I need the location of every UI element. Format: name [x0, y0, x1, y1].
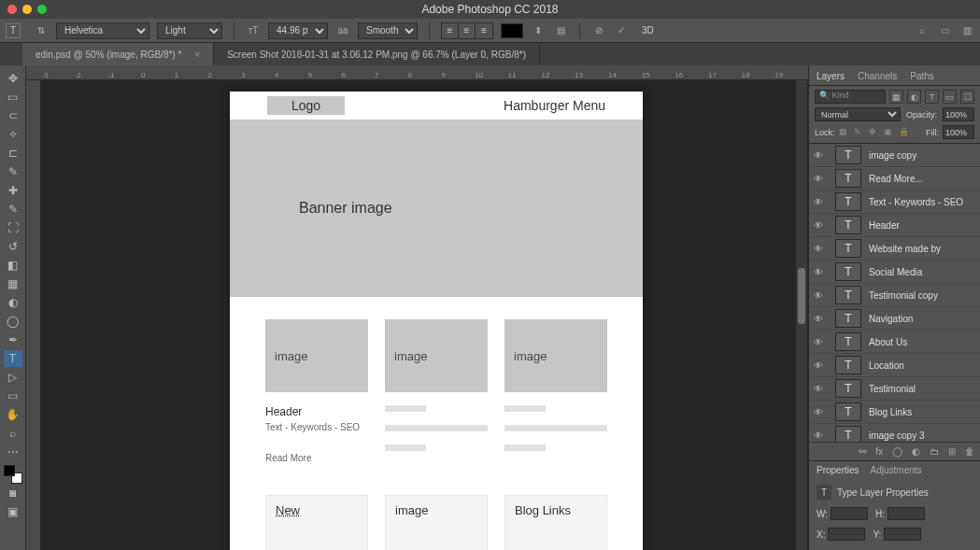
path-select-tool-icon[interactable]: ▷: [4, 369, 22, 386]
layer-row[interactable]: 👁 T Navigation: [809, 307, 980, 331]
tab-paths[interactable]: Paths: [910, 71, 934, 85]
tab-layers[interactable]: Layers: [817, 71, 845, 85]
layer-thumb[interactable]: T: [835, 402, 861, 421]
antialias-select[interactable]: Smooth: [358, 22, 418, 39]
visibility-icon[interactable]: 👁: [809, 174, 828, 184]
layer-row[interactable]: 👁 T About Us: [809, 331, 980, 354]
font-style-select[interactable]: Light: [157, 22, 222, 39]
visibility-icon[interactable]: 👁: [809, 150, 828, 161]
wand-tool-icon[interactable]: ✧: [4, 126, 22, 143]
text-color-swatch[interactable]: [501, 23, 523, 38]
tab-properties[interactable]: Properties: [817, 465, 859, 475]
prop-y-input[interactable]: [884, 528, 921, 541]
filter-pixel-icon[interactable]: ▦: [889, 90, 903, 104]
scrollbar-thumb[interactable]: [798, 268, 805, 324]
lock-position-icon[interactable]: ✥: [869, 127, 880, 138]
filter-smart-icon[interactable]: ☐: [960, 90, 974, 104]
tab-adjustments[interactable]: Adjustments: [871, 465, 922, 475]
layer-row[interactable]: 👁 T image copy 3: [809, 424, 980, 442]
tab-channels[interactable]: Channels: [858, 71, 897, 85]
layer-row[interactable]: 👁 T Location: [809, 354, 980, 377]
layer-thumb[interactable]: T: [835, 332, 861, 351]
visibility-icon[interactable]: 👁: [809, 267, 828, 277]
layer-row[interactable]: 👁 T Testimonial: [809, 377, 980, 401]
visibility-icon[interactable]: 👁: [809, 407, 828, 417]
filter-adjust-icon[interactable]: ◐: [907, 90, 921, 104]
layer-thumb[interactable]: T: [835, 216, 861, 234]
edit-toolbar-icon[interactable]: ⋯: [4, 444, 22, 460]
text-tool-icon[interactable]: T: [6, 23, 21, 38]
layer-row[interactable]: 👁 T Website made by: [809, 237, 980, 261]
layer-row[interactable]: 👁 T Text - Keywords - SEO: [809, 190, 980, 214]
character-panel-icon[interactable]: ▤: [553, 23, 568, 38]
canvas-scrollbar[interactable]: [796, 80, 807, 550]
layer-thumb[interactable]: T: [835, 192, 861, 211]
document-canvas[interactable]: Logo Hamburger Menu Banner image image H…: [230, 92, 643, 550]
zoom-tool-icon[interactable]: ⌕: [4, 425, 22, 442]
warp-text-icon[interactable]: ⬍: [531, 23, 546, 38]
layer-row[interactable]: 👁 T image copy: [809, 144, 980, 167]
close-tab-icon[interactable]: ×: [194, 49, 200, 60]
mask-icon[interactable]: ◯: [892, 446, 902, 457]
layer-thumb[interactable]: T: [835, 379, 861, 398]
quickmask-icon[interactable]: ◙: [4, 485, 22, 501]
layers-list[interactable]: 👁 T image copy👁 T Read More...👁 T Text -…: [809, 144, 980, 442]
lock-transparent-icon[interactable]: ▦: [839, 127, 850, 138]
pen-tool-icon[interactable]: ✒: [4, 331, 22, 348]
visibility-icon[interactable]: 👁: [809, 430, 828, 441]
group-icon[interactable]: 🗀: [930, 446, 939, 457]
close-window-icon[interactable]: [7, 5, 17, 14]
zoom-window-icon[interactable]: [37, 5, 47, 14]
crop-tool-icon[interactable]: ⊏: [4, 145, 22, 162]
layer-thumb[interactable]: T: [835, 239, 861, 258]
fill-input[interactable]: [943, 125, 974, 139]
history-brush-tool-icon[interactable]: ↺: [4, 238, 22, 255]
prop-h-input[interactable]: [888, 507, 925, 520]
ruler-horizontal[interactable]: -3-2-1012345678910111213141516171819: [26, 65, 808, 80]
align-center-icon[interactable]: ≡: [459, 23, 476, 38]
heal-tool-icon[interactable]: ✚: [4, 182, 22, 199]
link-layers-icon[interactable]: ⚯: [859, 446, 866, 457]
adjustment-icon[interactable]: ◐: [912, 446, 920, 457]
canvas-area[interactable]: -3-2-1012345678910111213141516171819 Log…: [26, 65, 808, 550]
type-tool-icon[interactable]: T: [4, 350, 22, 367]
font-size-select[interactable]: 44.96 pt: [268, 22, 328, 39]
shape-tool-icon[interactable]: ▭: [4, 388, 22, 404]
visibility-icon[interactable]: 👁: [809, 197, 828, 207]
marquee-tool-icon[interactable]: ▭: [4, 89, 22, 106]
delete-layer-icon[interactable]: 🗑: [965, 446, 974, 457]
minimize-window-icon[interactable]: [22, 5, 32, 14]
lock-all-icon[interactable]: 🔒: [899, 127, 910, 138]
align-right-icon[interactable]: ≡: [476, 23, 492, 38]
opacity-input[interactable]: [943, 107, 974, 121]
screenmode-icon[interactable]: ▣: [4, 503, 22, 520]
layer-row[interactable]: 👁 T Header: [809, 214, 980, 237]
fg-bg-color[interactable]: [4, 465, 22, 484]
eyedropper-tool-icon[interactable]: ✎: [4, 163, 22, 180]
ruler-vertical[interactable]: [26, 65, 41, 550]
visibility-icon[interactable]: 👁: [809, 314, 828, 324]
doc-tab-2[interactable]: Screen Shot 2018-01-31 at 3.06.12 PM.png…: [214, 43, 540, 65]
visibility-icon[interactable]: 👁: [809, 384, 828, 394]
share-icon[interactable]: ▭: [937, 23, 952, 38]
filter-type-icon[interactable]: T: [925, 90, 939, 104]
font-family-select[interactable]: Helvetica: [56, 22, 149, 39]
blend-mode-select[interactable]: Normal: [815, 107, 901, 121]
align-left-icon[interactable]: ≡: [442, 23, 459, 38]
workspace-icon[interactable]: ▥: [959, 23, 974, 38]
layer-row[interactable]: 👁 T Social Media: [809, 261, 980, 284]
layer-thumb[interactable]: T: [835, 262, 861, 281]
visibility-icon[interactable]: 👁: [809, 290, 828, 301]
doc-tab-1[interactable]: edin.psd @ 50% (image, RGB/8*) *×: [22, 43, 214, 65]
layer-thumb[interactable]: T: [835, 309, 861, 328]
filter-shape-icon[interactable]: ▭: [943, 90, 957, 104]
lasso-tool-icon[interactable]: ⊂: [4, 107, 22, 124]
commit-edit-icon[interactable]: ✓: [614, 23, 629, 38]
prop-w-input[interactable]: [831, 507, 868, 520]
new-layer-icon[interactable]: ⊞: [948, 446, 956, 457]
layer-row[interactable]: 👁 T Blog Links: [809, 401, 980, 424]
stamp-tool-icon[interactable]: ⛶: [4, 219, 22, 236]
brush-tool-icon[interactable]: ✎: [4, 201, 22, 218]
hand-tool-icon[interactable]: ✋: [4, 406, 22, 423]
layer-thumb[interactable]: T: [835, 286, 861, 304]
